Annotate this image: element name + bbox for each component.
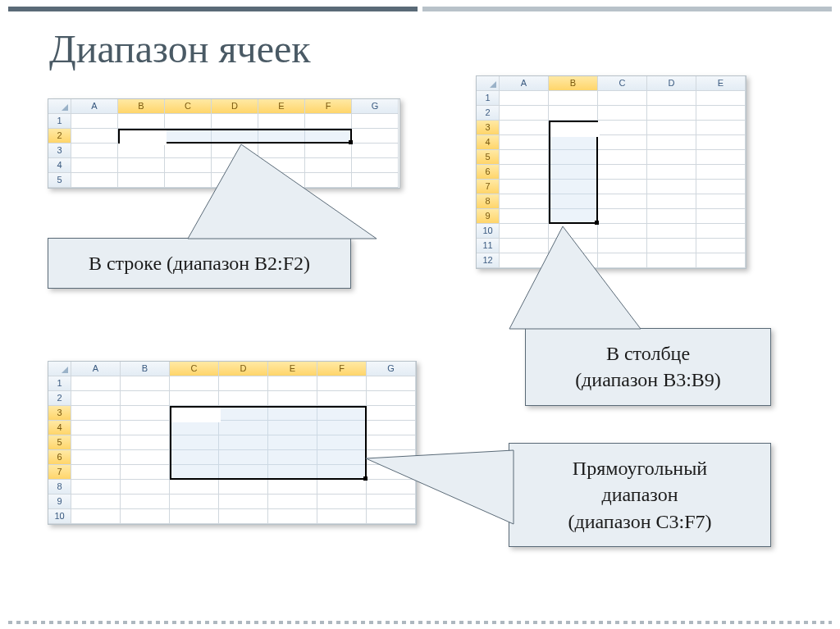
row-header: 7 [477, 180, 500, 194]
col-header: G [352, 99, 399, 114]
svg-marker-2 [366, 450, 514, 524]
row-header: 4 [48, 421, 71, 435]
row-header: 1 [48, 114, 71, 129]
callout-text-line: диапазон [601, 484, 678, 505]
row-header: 10 [48, 509, 71, 524]
row-header: 4 [477, 135, 500, 150]
callout-arrow-icon [188, 144, 377, 243]
col-header: D [219, 362, 268, 376]
row-header: 2 [477, 106, 500, 121]
col-header: E [696, 76, 746, 91]
row-header: 6 [48, 450, 71, 465]
col-header: D [212, 99, 258, 114]
row-header: 5 [477, 150, 500, 165]
row-header: 2 [48, 129, 71, 144]
row-header: 3 [48, 406, 71, 421]
svg-marker-0 [188, 144, 377, 239]
col-header: B [121, 362, 170, 376]
col-header: G [367, 362, 416, 376]
row-header: 11 [477, 239, 500, 253]
col-header: C [598, 76, 647, 91]
row-header: 4 [48, 158, 71, 173]
select-all-corner [48, 362, 71, 376]
row-header: 8 [48, 480, 71, 495]
col-header: B [549, 76, 598, 91]
row-header: 8 [477, 194, 500, 209]
row-header: 3 [48, 144, 71, 158]
col-header: E [268, 362, 317, 376]
row-header: 9 [477, 209, 500, 224]
callout-text-line: (диапазон C3:F7) [568, 511, 711, 532]
row-header: 5 [48, 435, 71, 450]
col-header: A [71, 99, 118, 114]
spreadsheet-rect-range: A B C D E F G 1 2 3 4 5 6 7 8 9 10 [48, 361, 417, 525]
row-header: 7 [48, 465, 71, 480]
row-header: 3 [477, 121, 500, 135]
slide-title: Диапазон ячеек [49, 26, 311, 71]
callout-col-range: В столбце (диапазон B3:B9) [525, 328, 771, 406]
row-header: 10 [477, 224, 500, 239]
row-header: 1 [48, 376, 71, 391]
callout-arrow-icon [366, 450, 514, 524]
row-header: 12 [477, 253, 500, 268]
col-header: A [71, 362, 121, 376]
callout-arrow-icon [509, 226, 641, 333]
col-header: A [500, 76, 549, 91]
svg-marker-1 [509, 226, 641, 329]
col-header: F [317, 362, 367, 376]
select-all-corner [48, 99, 71, 114]
row-header: 2 [48, 391, 71, 406]
row-header: 1 [477, 91, 500, 106]
col-header: C [165, 99, 212, 114]
row-header: 6 [477, 165, 500, 180]
callout-rect-range: Прямоугольный диапазон (диапазон C3:F7) [509, 443, 771, 547]
row-header: 9 [48, 495, 71, 509]
callout-row-range: В строке (диапазон B2:F2) [48, 238, 351, 289]
col-header: D [647, 76, 696, 91]
select-all-corner [477, 76, 500, 91]
callout-text-line: (диапазон B3:B9) [575, 369, 721, 390]
decorative-top-bars [8, 7, 832, 18]
row-header: 5 [48, 173, 71, 188]
col-header: C [170, 362, 219, 376]
callout-text-line: Прямоугольный [573, 458, 707, 479]
callout-text-line: В столбце [606, 343, 690, 364]
col-header: E [258, 99, 305, 114]
col-header: B [118, 99, 165, 114]
callout-text: В строке (диапазон B2:F2) [89, 253, 310, 274]
decorative-footer [8, 621, 832, 624]
col-header: F [305, 99, 352, 114]
